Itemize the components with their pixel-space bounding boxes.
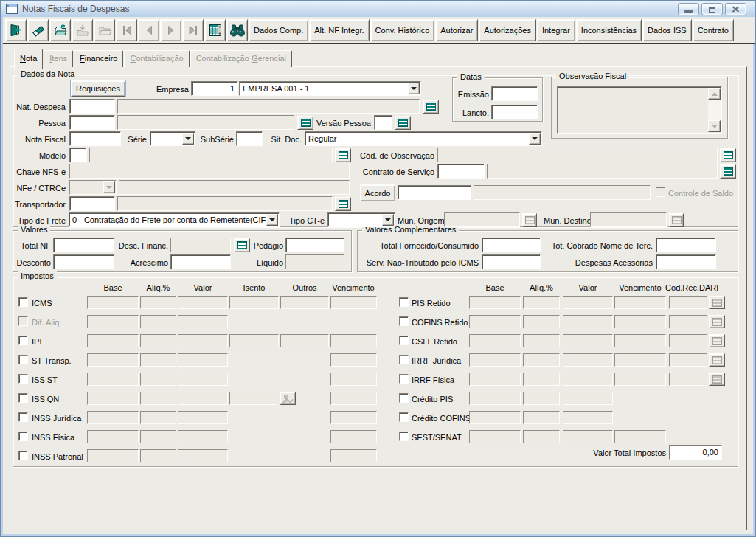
transportador-code-field[interactable] [69,196,115,211]
requisicoes-button[interactable]: Requisições [71,80,125,97]
iss-qn-checkbox[interactable] [18,393,28,403]
modelo-code-field[interactable] [69,148,87,162]
cod-observacao-lookup-button[interactable] [720,148,736,162]
total-nf-field[interactable] [53,238,114,252]
inss-patronal-label: INSS Patronal [32,451,86,462]
csll-retido-checkbox[interactable] [399,336,409,345]
toolbar-button-conv-hist-rico[interactable]: Conv. Histórico [370,19,435,41]
column-header-al-q: Alíq.% [523,283,560,293]
csll-retido-c2-field [523,334,560,347]
nota-fiscal-field[interactable] [69,131,121,146]
cr-dito-cofins-checkbox[interactable] [399,412,409,422]
toolbar-button-inconsist-ncias[interactable]: Inconsistências [576,19,642,41]
contrato-servico-lookup-button[interactable] [720,164,736,179]
tab-financeiro[interactable]: Financeiro [74,50,123,67]
mun-destino-label: Mun. Destino [544,215,588,226]
window-icon [6,4,18,14]
sest-senat-checkbox[interactable] [399,432,409,441]
inss-jur-dica-c6-field [330,411,377,424]
icms-c3-field [178,296,228,309]
desc-financ-label: Desc. Financ. [116,240,168,251]
nav-last-button [182,19,204,41]
sit-doc-combo[interactable]: Regular [305,131,542,146]
toolbar-button-integrar[interactable]: Integrar [537,19,575,41]
column-header-valor: Valor [563,283,613,293]
versao-pessoa-lookup-button[interactable] [395,116,411,130]
lookup-icon [426,103,436,111]
minimize-button[interactable] [678,3,699,15]
chevron-down-icon[interactable] [408,83,420,94]
transportador-lookup-button[interactable] [335,197,351,211]
close-button[interactable] [725,3,746,15]
emissao-field[interactable] [491,86,538,101]
cofins-retido-darf-lookup-button [709,315,725,328]
st-transp-checkbox[interactable] [18,355,28,364]
subserie-label: SubSérie [194,134,234,145]
pessoa-label: Pessoa [7,118,66,128]
toolbar-button-contrato[interactable]: Contrato [693,19,734,41]
acrescimo-field[interactable] [170,254,231,269]
exit-button[interactable] [5,19,27,41]
irrf-f-sica-checkbox[interactable] [399,374,409,384]
toolbar-button-alt-nf-integr[interactable]: Alt. NF Integr. [309,19,369,41]
tipo-cte-combo[interactable] [327,212,395,227]
despesas-acessorias-field[interactable] [656,254,716,269]
lancto-field[interactable] [491,105,538,119]
chave-nfse-label: Chave NFS-e [7,167,66,177]
inss-jur-dica-checkbox[interactable] [18,412,28,422]
modelo-lookup-button[interactable] [335,148,351,162]
acordo-button[interactable]: Acordo [360,184,395,201]
lookup-icon [712,375,722,384]
tot-cobrado-field[interactable] [656,238,716,252]
tipo-frete-combo[interactable]: 0 - Contratação do Frete por conta do Re… [69,212,280,227]
ipi-checkbox[interactable] [18,336,28,345]
nav-prev-button [138,19,159,41]
cofins-retido-checkbox[interactable] [399,316,409,326]
tot-cobrado-label: Tot. Cobrado Nome de Terc. [526,240,653,251]
add-button[interactable] [49,19,71,41]
chevron-down-icon[interactable] [266,214,278,226]
irrf-f-sica-c2-field [523,373,560,386]
iss-qn-label: ISS QN [32,394,86,404]
desc-financ-lookup-button[interactable] [234,238,250,252]
inss-patronal-checkbox[interactable] [18,451,28,460]
desconto-field[interactable] [53,254,114,269]
nat-despesa-lookup-button[interactable] [423,100,439,114]
empresa-combo[interactable]: EMPRESA 001 - 1 [239,81,421,96]
icms-checkbox[interactable] [18,297,28,307]
acordo-code-field[interactable] [398,185,471,200]
chevron-down-icon[interactable] [529,133,541,145]
empresa-code-field[interactable]: 1 [191,81,238,96]
toolbar-button-autoriza-es[interactable]: Autorizações [479,19,536,41]
erase-button[interactable] [27,19,49,41]
toolbar-button-dados-iss[interactable]: Dados ISS [642,19,692,41]
toolbar-button-autorizar[interactable]: Autorizar [435,19,478,41]
toolbar-button-dados-comp[interactable]: Dados Comp. [249,19,308,41]
nat-despesa-code-field[interactable] [69,99,115,114]
contrato-servico-code-field[interactable] [437,164,485,179]
versao-pessoa-field[interactable] [374,115,392,130]
pis-retido-checkbox[interactable] [399,297,409,307]
cr-dito-cofins-label: Crédito COFINS [412,413,471,423]
inss-f-sica-checkbox[interactable] [18,432,28,441]
subserie-field[interactable] [236,131,263,146]
chevron-down-icon[interactable] [182,133,194,145]
grid-view-button[interactable] [204,19,226,41]
irrf-jur-dica-checkbox[interactable] [399,355,409,364]
pessoa-code-field[interactable] [69,115,115,130]
nav-next-button [160,19,181,41]
pedagio-field[interactable] [285,238,344,252]
maximize-button[interactable] [701,3,723,15]
iss-st-checkbox[interactable] [18,374,28,384]
folder-open-icon [97,23,112,38]
chevron-down-icon[interactable] [382,214,394,226]
toolbar-text-buttons: Dados Comp.Alt. NF Integr.Conv. Históric… [249,19,735,41]
modelo-desc-field [89,148,333,162]
serie-combo[interactable] [150,131,195,146]
mun-destino-lookup-button [669,213,684,227]
tab-contabiliza-o-gerencial: Contabilização Gerencial [190,50,292,67]
tab-nota[interactable]: Nota [14,49,43,69]
folder-add-icon [53,23,68,38]
search-button[interactable] [226,19,248,41]
cr-dito-pis-checkbox[interactable] [399,393,409,403]
